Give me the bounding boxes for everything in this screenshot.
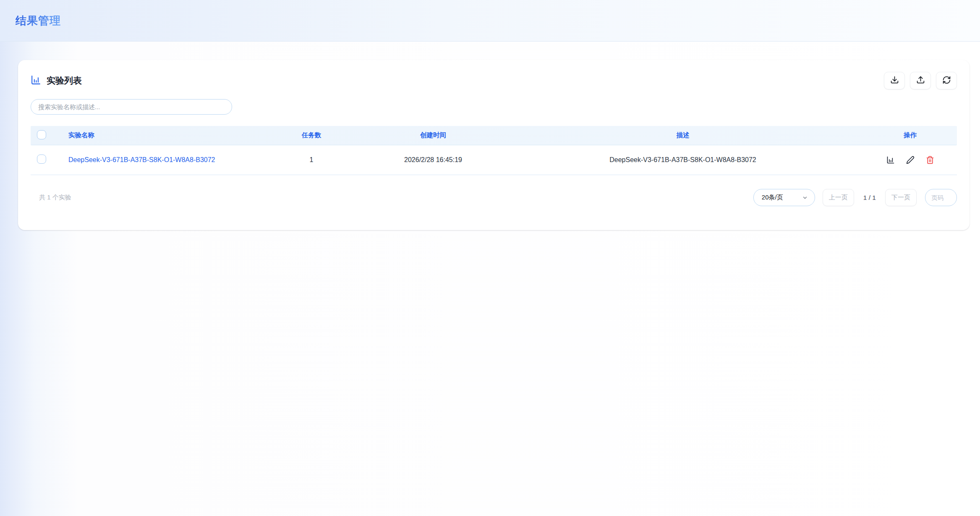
col-header-actions: 操作 [863,131,957,140]
page-size-value: 20条/页 [762,194,783,202]
refresh-icon [942,76,951,86]
table-row: DeepSeek-V3-671B-A37B-S8K-O1-W8A8-B3072 … [31,145,957,175]
created-time-cell: 2026/2/28 16:45:19 [364,156,502,164]
pagination: 20条/页 上一页 1 / 1 下一页 [753,189,957,206]
refresh-button[interactable] [936,72,957,89]
card-title: 实验列表 [47,75,82,86]
page-indicator: 1 / 1 [863,194,876,202]
download-icon [890,76,899,86]
page-size-select[interactable]: 20条/页 [753,189,815,206]
select-all-checkbox[interactable] [37,130,46,139]
description-cell: DeepSeek-V3-671B-A37B-S8K-O1-W8A8-B3072 [502,156,863,164]
upload-button[interactable] [910,72,931,89]
search-input[interactable] [31,99,232,115]
table-header-row: 实验名称 任务数 创建时间 描述 操作 [31,126,957,145]
card-header: 实验列表 [31,72,957,89]
page-header: 结果管理 [0,0,980,42]
page-jump-input[interactable] [925,189,957,206]
bar-chart-icon [31,75,41,87]
col-header-tasks: 任务数 [259,131,364,140]
row-checkbox[interactable] [37,155,46,164]
experiment-table: 实验名称 任务数 创建时间 描述 操作 DeepSeek-V3-671B-A37… [31,126,957,175]
card-toolbar [884,72,957,89]
total-count-label: 共 1 个实验 [31,194,71,202]
row-actions [863,156,957,164]
chevron-down-icon [802,195,808,201]
prev-page-button[interactable]: 上一页 [823,189,854,206]
col-header-desc: 描述 [502,131,863,140]
delete-trash-button[interactable] [926,156,934,164]
page-title: 结果管理 [16,13,61,28]
col-header-created: 创建时间 [364,131,502,140]
view-chart-button[interactable] [886,156,895,164]
experiment-name-link[interactable]: DeepSeek-V3-671B-A37B-S8K-O1-W8A8-B3072 [68,156,215,163]
task-count-cell: 1 [259,156,364,164]
upload-icon [916,76,925,86]
edit-pencil-button[interactable] [906,156,915,164]
experiment-list-card: 实验列表 [18,60,970,230]
next-page-button[interactable]: 下一页 [885,189,917,206]
download-button[interactable] [884,72,905,89]
table-footer: 共 1 个实验 20条/页 上一页 1 / 1 下一页 [31,189,957,206]
col-header-name: 实验名称 [62,131,259,140]
